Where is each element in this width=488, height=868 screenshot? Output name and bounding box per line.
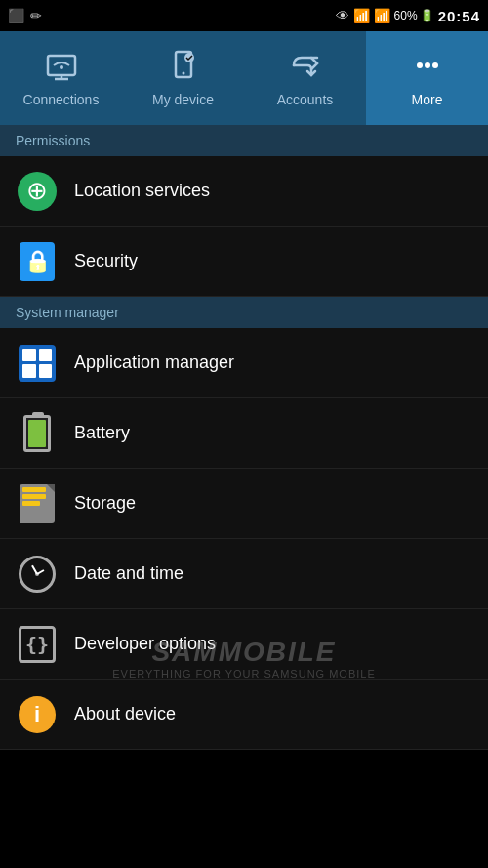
section-header-permissions: Permissions xyxy=(0,125,488,156)
screenshot-icon: ⬛ xyxy=(8,8,24,23)
svg-point-8 xyxy=(425,62,430,68)
svg-point-5 xyxy=(182,71,184,74)
tab-my-device[interactable]: My device xyxy=(122,31,244,125)
tab-more-label: More xyxy=(412,92,443,107)
tab-connections-label: Connections xyxy=(23,92,100,107)
svg-point-7 xyxy=(417,62,423,68)
date-and-time-label: Date and time xyxy=(74,563,183,584)
location-services-label: Location services xyxy=(74,181,210,201)
tab-my-device-label: My device xyxy=(152,92,214,107)
my-device-icon xyxy=(168,50,199,86)
list-item-security[interactable]: Security xyxy=(0,227,488,297)
battery-icon-item xyxy=(16,412,59,455)
location-services-icon xyxy=(16,170,59,213)
battery-status: 60% 🔋 xyxy=(394,9,434,22)
battery-label: Battery xyxy=(74,423,130,443)
application-manager-label: Application manager xyxy=(74,352,234,373)
list-item-developer-options[interactable]: {} Developer options xyxy=(0,609,488,680)
date-and-time-icon xyxy=(16,553,59,596)
storage-icon xyxy=(16,482,59,525)
storage-label: Storage xyxy=(74,493,136,514)
tab-bar: Connections My device Accounts xyxy=(0,31,488,125)
edit-icon: ✏ xyxy=(30,8,42,23)
svg-point-3 xyxy=(60,65,63,69)
about-device-icon: i xyxy=(16,693,59,736)
tab-more[interactable]: More xyxy=(366,31,488,125)
list-item-date-and-time[interactable]: Date and time xyxy=(0,539,488,609)
list-item-storage[interactable]: Storage xyxy=(0,469,488,539)
section-header-system-manager: System manager xyxy=(0,297,488,328)
tab-accounts-label: Accounts xyxy=(277,92,334,107)
svg-point-9 xyxy=(432,62,438,68)
list-item-about-device[interactable]: i About device xyxy=(0,680,488,750)
application-manager-icon xyxy=(16,342,59,385)
settings-list: Permissions Location services Security S… xyxy=(0,125,488,750)
status-left-icons: ⬛ ✏ xyxy=(8,8,42,23)
list-item-battery[interactable]: Battery xyxy=(0,398,488,469)
status-time: 20:54 xyxy=(438,8,480,24)
battery-icon-symbol: 🔋 xyxy=(420,9,434,22)
security-label: Security xyxy=(74,251,138,271)
about-device-label: About device xyxy=(74,704,176,724)
connections-icon xyxy=(46,50,77,86)
list-item-application-manager[interactable]: Application manager xyxy=(0,328,488,398)
developer-options-label: Developer options xyxy=(74,634,216,654)
accounts-icon xyxy=(290,50,321,86)
status-right-icons: 👁 📶 📶 60% 🔋 20:54 xyxy=(336,8,480,24)
eye-icon: 👁 xyxy=(336,8,349,23)
status-bar: ⬛ ✏ 👁 📶 📶 60% 🔋 20:54 xyxy=(0,0,488,31)
battery-percent: 60% xyxy=(394,9,418,22)
signal-icon: 📶 xyxy=(374,8,390,23)
security-icon xyxy=(16,240,59,283)
more-icon xyxy=(412,50,443,86)
tab-accounts[interactable]: Accounts xyxy=(244,31,366,125)
wifi-icon: 📶 xyxy=(353,8,370,23)
list-item-location-services[interactable]: Location services xyxy=(0,156,488,227)
developer-options-icon: {} xyxy=(16,623,59,666)
tab-connections[interactable]: Connections xyxy=(0,31,122,125)
